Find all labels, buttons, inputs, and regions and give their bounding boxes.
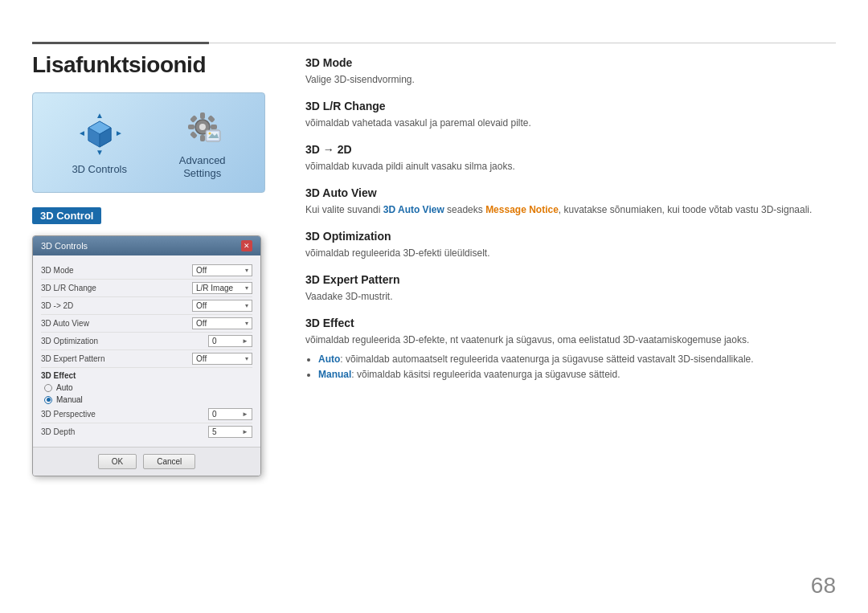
radio-dot <box>47 398 51 402</box>
section-desc-3d-mode: Valige 3D-sisendvorming. <box>305 72 836 87</box>
section-3d-mode: 3D Mode Valige 3D-sisendvorming. <box>305 56 836 87</box>
gear-icon <box>182 106 223 148</box>
dialog-row-label-3d-2d: 3D -> 2D <box>41 301 192 310</box>
dialog-section-3d-effect: 3D Effect <box>41 368 252 382</box>
svg-rect-10 <box>200 112 205 119</box>
section-title-3d-mode: 3D Mode <box>305 56 836 69</box>
svg-text:◄: ◄ <box>78 129 86 137</box>
radio-row-manual: Manual <box>41 394 252 406</box>
svg-rect-11 <box>200 135 205 141</box>
dialog-row-value-auto-view[interactable]: Off▾ <box>192 317 252 329</box>
dropdown-arrow: ▾ <box>245 302 248 309</box>
dialog-row-3d-mode: 3D Mode Off▾ <box>41 262 252 280</box>
section-3d-auto-view: 3D Auto View Kui valite suvandi 3D Auto … <box>305 186 836 217</box>
dialog-row-value-expert-pattern[interactable]: Off▾ <box>192 353 252 365</box>
dialog-row-expert-pattern: 3D Expert Pattern Off▾ <box>41 350 252 368</box>
svg-point-9 <box>199 124 206 130</box>
radio-row-auto: Auto <box>41 382 252 394</box>
radio-manual-label: Manual <box>56 395 83 404</box>
left-column: Lisafunktsioonid ◄ ► ▲ ▼ 3D Controls <box>32 52 281 581</box>
svg-rect-13 <box>211 125 217 129</box>
svg-rect-15 <box>207 115 215 123</box>
top-decorative-lines <box>32 42 836 44</box>
svg-point-21 <box>208 133 211 135</box>
radio-auto[interactable] <box>44 384 52 392</box>
section-title-3d-2d: 3D → 2D <box>305 143 836 156</box>
section-desc-3d-2d: võimaldab kuvada pildi ainult vasaku sil… <box>305 159 836 174</box>
nav-arrow: ► <box>242 428 248 435</box>
dialog-box: 3D Controls ✕ 3D Mode Off▾ 3D L/R Change… <box>32 235 261 476</box>
right-column: 3D Mode Valige 3D-sisendvorming. 3D L/R … <box>305 52 836 581</box>
dialog-row-value-lr-change[interactable]: L/R Image▾ <box>192 282 252 294</box>
highlight-blue-auto: Auto <box>318 353 340 365</box>
section-title-3d-lr-change: 3D L/R Change <box>305 100 836 112</box>
section-3d-optimization: 3D Optimization võimaldab reguleerida 3D… <box>305 230 836 260</box>
icon-item-advanced-settings: AdvancedSettings <box>179 106 226 179</box>
highlight-orange-message-notice: Message Notice <box>485 204 559 215</box>
section-desc-3d-effect: võimaldab reguleerida 3D-efekte, nt vaat… <box>305 333 836 347</box>
svg-text:▲: ▲ <box>96 111 104 120</box>
dialog-body: 3D Mode Off▾ 3D L/R Change L/R Image▾ 3D… <box>33 255 260 447</box>
dialog-row-label-depth: 3D Depth <box>41 427 208 436</box>
dropdown-arrow: ▾ <box>245 355 248 362</box>
dialog-row-value-optimization[interactable]: 0► <box>208 335 252 347</box>
svg-rect-12 <box>188 125 194 129</box>
main-content: Lisafunktsioonid ◄ ► ▲ ▼ 3D Controls <box>32 52 836 581</box>
dialog-row-label-expert-pattern: 3D Expert Pattern <box>41 354 192 363</box>
dialog-title: 3D Controls <box>41 241 88 251</box>
dialog-row-label-auto-view: 3D Auto View <box>41 319 192 328</box>
section-desc-3d-lr-change: võimaldab vahetada vasakul ja paremal ol… <box>305 116 836 130</box>
section-desc-3d-optimization: võimaldab reguleerida 3D-efekti üleüldis… <box>305 246 836 260</box>
dialog-row-value-depth[interactable]: 5► <box>208 426 252 438</box>
bullet-item-manual: Manual: võimaldab käsitsi reguleerida va… <box>318 367 836 382</box>
icon-label-3d-controls: 3D Controls <box>72 163 127 176</box>
dialog-row-lr-change: 3D L/R Change L/R Image▾ <box>41 280 252 297</box>
highlight-blue-auto-view: 3D Auto View <box>383 204 444 215</box>
top-line-light <box>209 43 836 43</box>
svg-rect-16 <box>190 131 198 139</box>
dialog-row-label-perspective: 3D Perspective <box>41 410 208 419</box>
dropdown-arrow: ▾ <box>245 284 248 292</box>
dialog-row-perspective: 3D Perspective 0► <box>41 406 252 423</box>
top-line-dark <box>32 42 209 44</box>
bullet-item-auto: Auto: võimaldab automaatselt reguleerida… <box>318 352 836 367</box>
section-desc-3d-expert-pattern: Vaadake 3D-mustrit. <box>305 289 836 304</box>
page-number: 68 <box>811 573 836 599</box>
dialog-buttons: OK Cancel <box>33 447 260 476</box>
dropdown-arrow: ▾ <box>245 267 248 274</box>
svg-rect-14 <box>190 115 198 123</box>
section-3d-lr-change: 3D L/R Change võimaldab vahetada vasakul… <box>305 100 836 130</box>
radio-auto-label: Auto <box>56 383 73 392</box>
dialog-ok-button[interactable]: OK <box>98 454 137 469</box>
dialog-row-depth: 3D Depth 5► <box>41 423 252 440</box>
section-desc-3d-auto-view: Kui valite suvandi 3D Auto View seadeks … <box>305 202 836 217</box>
icon-panel: ◄ ► ▲ ▼ 3D Controls <box>32 92 265 193</box>
section-title-3d-auto-view: 3D Auto View <box>305 186 836 199</box>
control-badge: 3D Control <box>32 207 101 224</box>
section-title-3d-optimization: 3D Optimization <box>305 230 836 243</box>
dialog-row-value-perspective[interactable]: 0► <box>208 408 252 420</box>
radio-manual[interactable] <box>44 396 52 404</box>
dropdown-arrow: ▾ <box>245 320 248 327</box>
dialog-close-button[interactable]: ✕ <box>241 240 252 251</box>
section-3d-2d: 3D → 2D võimaldab kuvada pildi ainult va… <box>305 143 836 174</box>
dialog-row-label-3d-mode: 3D Mode <box>41 266 192 275</box>
bullet-list-3d-effect: Auto: võimaldab automaatselt reguleerida… <box>305 352 836 382</box>
section-title-3d-effect: 3D Effect <box>305 317 836 329</box>
dialog-row-auto-view: 3D Auto View Off▾ <box>41 315 252 333</box>
dialog-cancel-button[interactable]: Cancel <box>143 454 195 469</box>
section-title-3d-expert-pattern: 3D Expert Pattern <box>305 273 836 286</box>
3d-cube-icon: ◄ ► ▲ ▼ <box>76 110 123 157</box>
highlight-blue-manual: Manual <box>318 369 351 380</box>
dialog-row-label-lr-change: 3D L/R Change <box>41 284 192 292</box>
nav-arrow: ► <box>242 411 248 418</box>
dialog-row-value-3d-2d[interactable]: Off▾ <box>192 300 252 312</box>
nav-arrow: ► <box>242 337 248 345</box>
dialog-row-label-optimization: 3D Optimization <box>41 337 208 345</box>
section-3d-effect: 3D Effect võimaldab reguleerida 3D-efekt… <box>305 317 836 382</box>
dialog-row-value-3d-mode[interactable]: Off▾ <box>192 264 252 276</box>
icon-item-3d-controls: ◄ ► ▲ ▼ 3D Controls <box>72 110 127 176</box>
svg-text:►: ► <box>115 129 123 137</box>
dialog-title-bar: 3D Controls ✕ <box>33 236 260 255</box>
page-title: Lisafunktsioonid <box>32 52 281 78</box>
